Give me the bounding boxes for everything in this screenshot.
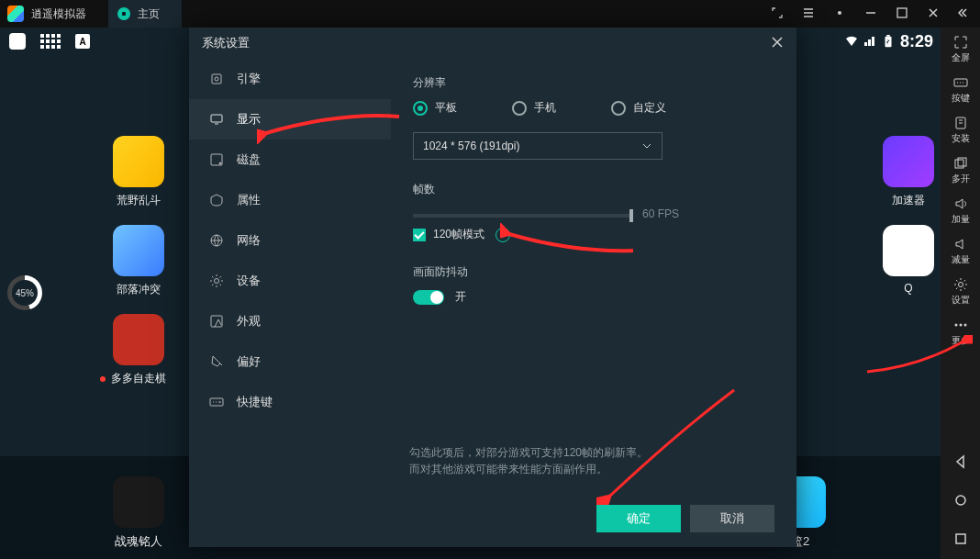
battery-icon — [882, 35, 895, 48]
svg-rect-2 — [885, 37, 891, 47]
resolution-select[interactable]: 1024 * 576 (191dpi) — [413, 132, 663, 160]
annotation-arrow — [596, 386, 743, 505]
fps120-label: 120帧模式 — [433, 227, 484, 242]
side-hotkey[interactable]: 快捷键 — [189, 382, 391, 422]
app-column-right: 加速器 Q — [876, 136, 941, 295]
progress-value: 45% — [16, 288, 34, 298]
svg-point-8 — [958, 283, 963, 287]
svg-point-12 — [956, 496, 965, 505]
corner-expand-icon[interactable] — [771, 6, 784, 22]
close-icon[interactable] — [927, 6, 940, 22]
radio-custom[interactable]: 自定义 — [611, 100, 666, 116]
rbtn-keymap[interactable]: 按键 — [941, 75, 980, 105]
nav-recent-icon[interactable] — [941, 531, 980, 546]
app-autochess[interactable]: 多多自走棋 — [106, 314, 171, 386]
pin-dot-icon[interactable] — [833, 6, 846, 22]
annotation-arrow — [257, 107, 404, 144]
tab-label: 主页 — [138, 6, 160, 22]
cancel-button[interactable]: 取消 — [690, 505, 774, 532]
nav-home-icon[interactable] — [941, 493, 980, 508]
annotation-arrow — [863, 335, 973, 381]
svg-point-10 — [959, 324, 962, 327]
tab-home[interactable]: 主页 — [108, 0, 182, 28]
app-accel[interactable]: 加速器 — [876, 136, 941, 208]
svg-rect-13 — [956, 534, 965, 543]
dialog-footer: 确定 取消 — [189, 505, 796, 547]
dock-app-left[interactable]: 战魂铭人 — [106, 476, 171, 550]
window-controls — [771, 0, 980, 28]
app-qq[interactable]: Q — [876, 225, 941, 295]
wifi-icon — [845, 35, 858, 48]
resolution-label: 分辨率 — [413, 75, 774, 91]
side-attr[interactable]: 属性 — [189, 180, 391, 220]
antishake-state: 开 — [455, 289, 466, 305]
title-bar: 逍遥模拟器 主页 — [0, 0, 980, 28]
rbtn-install[interactable]: 安装 — [941, 116, 980, 145]
chevron-down-icon — [641, 140, 652, 151]
svg-rect-16 — [211, 115, 222, 122]
rbtn-volup[interactable]: 加量 — [941, 196, 980, 226]
svg-point-15 — [215, 77, 218, 81]
resolution-radios: 平板 手机 自定义 — [413, 100, 774, 116]
right-toolbar: 全屏 按键 安装 多开 加量 减量 设置 更多 — [941, 28, 980, 559]
rbtn-fullscreen[interactable]: 全屏 — [941, 35, 980, 64]
dialog-close-icon[interactable] — [771, 36, 784, 51]
svg-point-11 — [963, 324, 966, 327]
side-appearance[interactable]: 外观 — [189, 301, 391, 341]
radio-tablet[interactable]: 平板 — [413, 100, 457, 116]
signal-icon — [863, 35, 876, 48]
svg-rect-14 — [212, 74, 221, 84]
svg-rect-6 — [955, 160, 963, 168]
fps-label: 帧数 — [413, 182, 774, 197]
svg-point-9 — [954, 324, 957, 327]
svg-rect-1 — [897, 8, 907, 17]
side-network[interactable]: 网络 — [189, 220, 391, 261]
side-disk[interactable]: 磁盘 — [189, 140, 391, 180]
annotation-arrow — [500, 223, 638, 260]
fps-value: 60 FPS — [642, 207, 679, 220]
svg-point-18 — [219, 162, 221, 164]
svg-rect-3 — [886, 35, 890, 37]
app-clash[interactable]: 部落冲突 — [106, 225, 171, 297]
side-pref[interactable]: 偏好 — [189, 341, 391, 382]
menu-icon[interactable] — [802, 6, 815, 22]
fps-slider[interactable] — [413, 214, 633, 218]
app-brawl[interactable]: 荒野乱斗 — [106, 136, 171, 208]
progress-ring[interactable]: 45% — [7, 275, 42, 310]
antishake-toggle[interactable] — [413, 290, 444, 305]
rbtn-voldown[interactable]: 减量 — [941, 237, 980, 266]
dialog-title: 系统设置 — [202, 35, 250, 51]
dialog-header: 系统设置 — [189, 28, 796, 59]
app-column-left: 荒野乱斗 部落冲突 多多自走棋 — [106, 136, 191, 386]
side-device[interactable]: 设备 — [189, 261, 391, 301]
side-engine[interactable]: 引擎 — [189, 59, 391, 99]
status-time: 8:29 — [900, 32, 933, 51]
rbtn-settings[interactable]: 设置 — [941, 277, 980, 307]
app-title: 逍遥模拟器 — [31, 6, 86, 22]
collapse-side-icon[interactable] — [958, 6, 971, 22]
svg-point-0 — [838, 11, 841, 15]
svg-point-20 — [215, 279, 219, 284]
minimize-icon[interactable] — [864, 6, 877, 22]
antishake-label: 画面防抖动 — [413, 264, 774, 280]
radio-phone[interactable]: 手机 — [512, 100, 556, 116]
app-logo-icon — [7, 6, 24, 22]
rbtn-multi[interactable]: 多开 — [941, 156, 980, 185]
svg-rect-21 — [211, 316, 222, 327]
ok-button[interactable]: 确定 — [596, 505, 681, 532]
nav-back-icon[interactable] — [941, 454, 980, 469]
svg-rect-7 — [958, 158, 966, 166]
resolution-value: 1024 * 576 (191dpi) — [423, 140, 519, 152]
maximize-icon[interactable] — [896, 6, 908, 22]
tab-icon — [117, 7, 130, 20]
checkbox-icon — [413, 229, 426, 241]
